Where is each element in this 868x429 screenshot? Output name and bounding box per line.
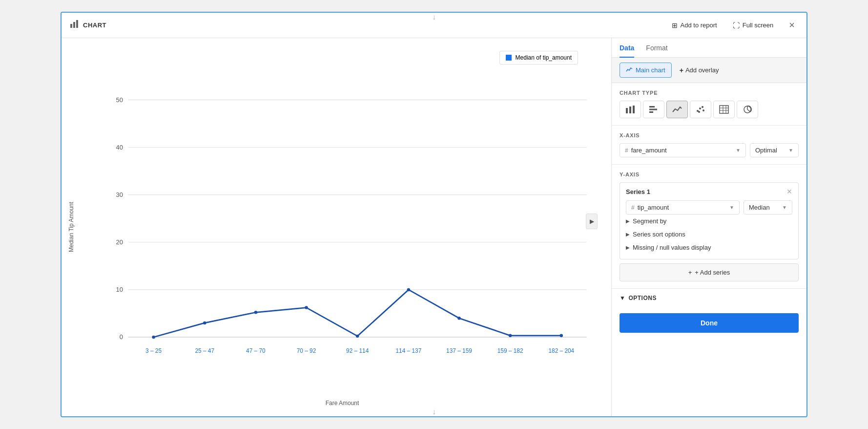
close-button[interactable]: × — [785, 18, 799, 33]
add-overlay-label: Add overlay — [685, 66, 719, 74]
add-series-button[interactable]: + + Add series — [620, 263, 799, 281]
svg-text:47 – 70: 47 – 70 — [246, 347, 266, 354]
svg-text:70 – 92: 70 – 92 — [297, 347, 316, 354]
svg-point-26 — [203, 322, 206, 324]
svg-point-28 — [305, 306, 308, 309]
chart-inner: Median of tip_amount ▶ — [77, 46, 607, 408]
svg-text:92 – 114: 92 – 114 — [346, 347, 369, 354]
svg-point-32 — [509, 334, 512, 337]
svg-text:137 – 159: 137 – 159 — [446, 347, 472, 354]
missing-values-row[interactable]: ▶ Missing / null values display — [626, 241, 792, 254]
full-screen-button[interactable]: ⛶ Full screen — [729, 20, 778, 31]
x-axis-dropdown-arrow: ▼ — [736, 148, 741, 153]
done-button[interactable]: Done — [620, 313, 799, 333]
x-axis-label: Fare Amount — [77, 397, 607, 408]
chart-legend: Median of tip_amount — [499, 51, 578, 64]
chart-title-icon — [69, 19, 79, 31]
scatter-type-btn[interactable] — [690, 101, 711, 118]
line-chart-type-btn[interactable] — [666, 101, 688, 118]
svg-text:3 – 25: 3 – 25 — [145, 347, 162, 354]
series-1-aggregation-value: Median — [749, 204, 770, 211]
modal-body: Median Tip Amount Median of tip_amount ▶ — [62, 38, 806, 416]
horizontal-bar-type-btn[interactable] — [643, 101, 664, 118]
svg-point-27 — [254, 311, 257, 314]
options-triangle: ▼ — [620, 295, 625, 301]
x-axis-field-select[interactable]: # fare_amount ▼ — [620, 143, 746, 157]
tab-data[interactable]: Data — [620, 44, 634, 58]
svg-rect-34 — [626, 108, 628, 113]
pie-chart-type-btn[interactable] — [737, 101, 758, 118]
segment-by-triangle: ▶ — [626, 218, 630, 224]
series-sort-row[interactable]: ▶ Series sort options — [626, 228, 792, 241]
series-1-title: Series 1 — [626, 188, 650, 195]
svg-point-41 — [699, 107, 701, 109]
modal-title: CHART — [83, 21, 106, 29]
segment-by-row[interactable]: ▶ Segment by — [626, 214, 792, 228]
legend-label: Median of tip_amount — [516, 54, 572, 61]
add-series-label: + Add series — [695, 269, 730, 276]
svg-text:0: 0 — [120, 333, 123, 341]
add-overlay-tab[interactable]: + Add overlay — [674, 64, 725, 77]
options-header[interactable]: ▼ OPTIONS — [620, 295, 799, 301]
options-label: OPTIONS — [628, 295, 657, 301]
x-axis-row: # fare_amount ▼ Optimal ▼ — [620, 143, 799, 157]
x-axis-binning-select[interactable]: Optimal ▼ — [750, 143, 799, 157]
tab-format[interactable]: Format — [646, 44, 667, 58]
table-type-btn[interactable] — [713, 101, 735, 118]
svg-text:20: 20 — [116, 238, 123, 246]
svg-text:25 – 47: 25 – 47 — [195, 347, 214, 354]
chart-svg: 0 10 20 30 40 50 — [97, 51, 602, 397]
y-axis-section-label: Y-AXIS — [620, 172, 799, 177]
svg-text:40: 40 — [116, 144, 123, 151]
x-axis-section-label: X-AXIS — [620, 132, 799, 138]
series-sort-triangle: ▶ — [626, 232, 630, 237]
svg-point-33 — [560, 334, 563, 337]
y-axis-section: Y-AXIS Series 1 ✕ # tip_amount ▼ Media — [612, 165, 806, 289]
svg-rect-36 — [633, 106, 635, 113]
series-field-arrow: ▼ — [729, 205, 734, 210]
svg-rect-39 — [649, 111, 653, 113]
modal-actions: ⊞ Add to report ⛶ Full screen × — [668, 18, 799, 33]
chart-toggle-arrow[interactable]: ▶ — [586, 214, 598, 229]
x-axis-hash-icon: # — [625, 147, 628, 154]
chart-plot: Median of tip_amount ▶ — [77, 46, 607, 397]
series-agg-arrow: ▼ — [782, 205, 787, 210]
series-sort-label: Series sort options — [633, 231, 685, 238]
svg-point-29 — [356, 335, 359, 338]
chart-area: Median Tip Amount Median of tip_amount ▶ — [62, 38, 611, 416]
top-arrow-indicator: ↓ — [432, 13, 436, 21]
bar-chart-type-btn[interactable] — [620, 101, 641, 118]
fullscreen-icon: ⛶ — [733, 21, 740, 29]
x-axis-section: X-AXIS # fare_amount ▼ Optimal ▼ — [612, 126, 806, 165]
chart-type-section: CHART TYPE — [612, 83, 806, 126]
svg-rect-0 — [70, 24, 72, 28]
add-overlay-icon: + — [680, 66, 683, 74]
svg-text:114 – 137: 114 – 137 — [395, 347, 421, 354]
series-1-field-select[interactable]: # tip_amount ▼ — [626, 200, 740, 214]
svg-point-31 — [457, 317, 460, 320]
svg-rect-35 — [629, 107, 631, 113]
svg-point-44 — [703, 109, 704, 111]
y-axis-label: Median Tip Amount — [65, 46, 77, 408]
main-chart-tab[interactable]: Main chart — [620, 63, 672, 78]
chart-type-label: CHART TYPE — [620, 90, 799, 96]
svg-text:30: 30 — [116, 191, 123, 198]
add-to-report-button[interactable]: ⊞ Add to report — [668, 20, 721, 31]
series-hash-icon: # — [631, 204, 635, 211]
main-chart-label: Main chart — [636, 66, 665, 74]
series-1-box: Series 1 ✕ # tip_amount ▼ Median ▼ — [620, 182, 799, 259]
panel-tabs: Data Format — [612, 38, 806, 58]
series-1-aggregation-select[interactable]: Median ▼ — [744, 200, 792, 214]
svg-rect-38 — [649, 109, 657, 110]
svg-rect-37 — [649, 106, 655, 107]
x-axis-field-value: fare_amount — [631, 147, 667, 154]
svg-rect-1 — [73, 22, 75, 28]
add-report-icon: ⊞ — [672, 21, 678, 29]
svg-point-43 — [698, 111, 700, 113]
legend-color-indicator — [506, 55, 512, 61]
series-1-header: Series 1 ✕ — [626, 188, 792, 195]
x-axis-binning-arrow: ▼ — [788, 148, 793, 153]
svg-point-30 — [407, 288, 410, 291]
series-1-close-btn[interactable]: ✕ — [786, 188, 792, 195]
modal-title-group: CHART — [69, 19, 106, 31]
